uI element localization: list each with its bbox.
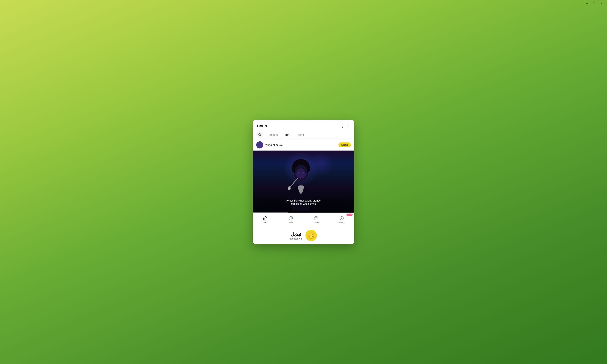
nav-label-wallet: Wallet <box>314 221 319 223</box>
nav-item-tasks[interactable]: Tasks <box>278 215 304 224</box>
tab-hot[interactable]: Hot <box>282 131 292 138</box>
svg-rect-15 <box>314 217 318 220</box>
search-button[interactable] <box>256 131 263 138</box>
svg-point-16 <box>317 218 317 219</box>
svg-point-12 <box>295 165 307 178</box>
video-frame: remember when ariana grande forgot she w… <box>253 151 354 213</box>
video-subtitle: remember when ariana grande forgot she w… <box>258 198 349 206</box>
search-icon <box>258 133 262 136</box>
content-area[interactable]: world of music Music <box>253 138 354 213</box>
app-dialog: Coub ⋮ ✕ Random Hot Rising world of musi… <box>253 120 354 244</box>
close-dialog-button[interactable]: ✕ <box>347 124 350 128</box>
category-badge[interactable]: Music <box>339 143 351 147</box>
nav-label-shorts: Shorts <box>339 221 344 223</box>
maximize-button[interactable]: ❐ <box>592 1 596 5</box>
tab-random[interactable]: Random <box>265 131 281 138</box>
svg-point-14 <box>291 216 293 218</box>
nav-bar: Random Hot Rising <box>253 130 354 138</box>
svg-line-1 <box>261 135 261 136</box>
more-options-button[interactable]: ⋮ <box>341 124 344 128</box>
promo-domain: tabdeal.org <box>290 237 302 240</box>
shorts-icon <box>339 216 344 221</box>
nav-item-wallet[interactable]: Wallet <box>304 215 329 224</box>
title-bar: Coub ⋮ ✕ <box>253 120 354 130</box>
soon-badge: Soon <box>346 213 353 216</box>
app-title: Coub <box>257 124 267 128</box>
svg-point-11 <box>288 186 291 190</box>
video-container[interactable]: remember when ariana grande forgot she w… <box>253 151 354 213</box>
promo-brand-text: تبدیل <box>291 231 301 237</box>
close-window-button[interactable]: ✕ <box>599 1 603 5</box>
bottom-nav: Home Tasks Wallet <box>253 213 354 227</box>
user-info: world of music <box>256 141 283 148</box>
minimize-button[interactable]: — <box>585 1 589 5</box>
svg-marker-18 <box>341 217 343 219</box>
home-icon <box>263 216 268 221</box>
username[interactable]: world of music <box>265 143 283 146</box>
video-progress-fill <box>253 212 288 213</box>
promo-smiley-icon: 😊 <box>305 230 317 241</box>
nav-item-shorts[interactable]: Soon Shorts <box>329 215 355 224</box>
nav-label-tasks: Tasks <box>288 221 293 223</box>
avatar[interactable] <box>256 141 263 148</box>
post-header: world of music Music <box>253 138 354 151</box>
tab-rising[interactable]: Rising <box>294 131 307 138</box>
nav-label-home: Home <box>263 221 268 223</box>
video-progress-bar[interactable] <box>253 212 354 213</box>
title-actions: ⋮ ✕ <box>341 124 350 128</box>
nav-item-home[interactable]: Home <box>253 215 278 224</box>
wallet-icon <box>314 216 319 221</box>
subtitle-line-2: forgot she was human <box>259 202 348 205</box>
avatar-image <box>256 141 263 148</box>
subtitle-line-1: remember when ariana grande <box>259 199 348 202</box>
os-window-bar: — ❐ ✕ <box>585 0 603 6</box>
tasks-icon <box>288 216 293 221</box>
promo-banner[interactable]: تبدیل tabdeal.org 😊 <box>253 227 354 244</box>
